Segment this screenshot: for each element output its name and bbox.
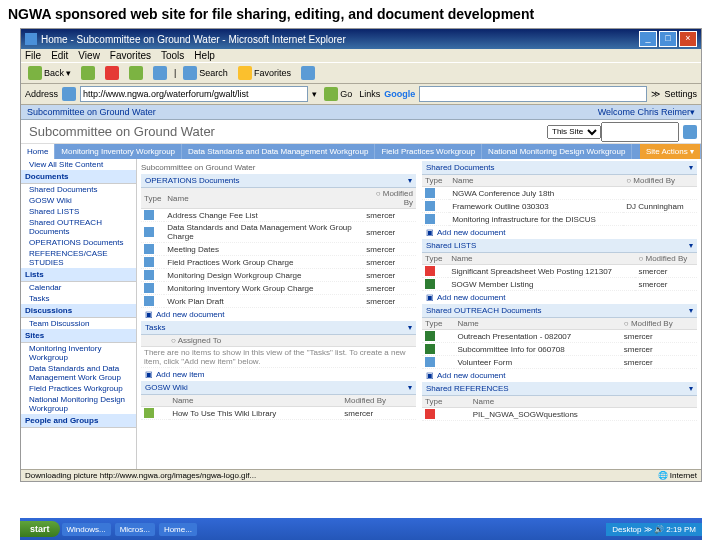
table-row[interactable]: NGWA Conference July 18th xyxy=(422,187,697,200)
back-icon xyxy=(28,66,42,80)
page-breadcrumb: Subcommittee on Ground Water xyxy=(141,161,416,174)
search-button[interactable]: Search xyxy=(180,65,231,81)
address-bar: Address ▾ Go Links Google ≫ Settings xyxy=(21,84,701,105)
xls-icon xyxy=(425,344,435,354)
titlebar: Home - Subcommittee on Ground Water - Mi… xyxy=(21,29,701,49)
menu-bar: File Edit View Favorites Tools Help xyxy=(21,49,701,62)
view-all-content[interactable]: View All Site Content xyxy=(21,159,136,170)
pdf-icon xyxy=(425,266,435,276)
table-row[interactable]: Outreach Presentation - 082007smercer xyxy=(422,330,697,343)
taskbar-item[interactable]: Home... xyxy=(159,523,197,536)
sp-search-input[interactable] xyxy=(601,122,679,142)
home-button[interactable] xyxy=(150,65,170,81)
outreach-add[interactable]: ▣ Add new document xyxy=(422,369,697,382)
table-row[interactable]: Volunteer Formsmercer xyxy=(422,356,697,369)
sp-search-icon[interactable] xyxy=(683,125,697,139)
nav-wiki[interactable]: GOSW Wiki xyxy=(21,195,136,206)
table-row[interactable]: Framework Outline 030303DJ Cunningham xyxy=(422,200,697,213)
nav-people-header[interactable]: People and Groups xyxy=(21,414,136,428)
ops-add-new[interactable]: ▣ Add new document xyxy=(141,308,416,321)
doc-icon xyxy=(144,244,154,254)
menu-file[interactable]: File xyxy=(25,50,41,61)
nav-site-2[interactable]: Field Practices Workgroup xyxy=(21,383,136,394)
nav-references[interactable]: REFERENCES/CASE STUDIES xyxy=(21,248,136,268)
taskbar-item[interactable]: Windows... xyxy=(62,523,111,536)
tab-home[interactable]: Home xyxy=(21,144,55,159)
table-row[interactable]: Significant Spreadsheet Web Posting 1213… xyxy=(422,265,697,278)
menu-help[interactable]: Help xyxy=(194,50,215,61)
site-tabs: Home Monitoring Inventory Workgroup Data… xyxy=(21,144,701,159)
tasks-add-new[interactable]: ▣ Add new item xyxy=(141,368,416,381)
nav-operations[interactable]: OPERATIONS Documents xyxy=(21,237,136,248)
table-row[interactable]: PIL_NGWA_SOGWquestions xyxy=(422,408,697,421)
maximize-button[interactable]: □ xyxy=(659,31,677,47)
table-row[interactable]: Subcommittee Info for 060708smercer xyxy=(422,343,697,356)
left-nav: View All Site Content Documents Shared D… xyxy=(21,159,137,469)
nav-site-3[interactable]: National Monitoring Design Workgroup xyxy=(21,394,136,414)
nav-site-0[interactable]: Monitoring Inventory Workgroup xyxy=(21,343,136,363)
address-input[interactable] xyxy=(80,86,308,102)
settings-link[interactable]: Settings xyxy=(664,89,697,99)
table-row[interactable]: How To Use This Wiki Librarysmercer xyxy=(141,407,416,420)
links-label[interactable]: Links xyxy=(359,89,380,99)
pdf-icon xyxy=(425,409,435,419)
minimize-button[interactable]: _ xyxy=(639,31,657,47)
search-scope[interactable]: This Site xyxy=(547,125,601,139)
site-actions-button[interactable]: Site Actions ▾ xyxy=(640,144,701,159)
start-button[interactable]: start xyxy=(20,521,60,537)
home-icon xyxy=(153,66,167,80)
google-toolbar[interactable]: Google xyxy=(384,89,415,99)
site-title: Subcommittee on Ground Water xyxy=(21,120,547,143)
main-panels: Subcommittee on Ground Water OPERATIONS … xyxy=(137,159,701,469)
tasks-table: ○ Assigned To There are no items to show… xyxy=(141,335,416,368)
status-text: Downloading picture http://www.ngwa.org/… xyxy=(25,471,256,480)
nav-site-1[interactable]: Data Standards and Data Management Work … xyxy=(21,363,136,383)
back-button[interactable]: Back ▾ xyxy=(25,65,74,81)
xls-icon xyxy=(425,331,435,341)
table-row[interactable]: Meeting Datessmercer xyxy=(141,243,416,256)
forward-button[interactable] xyxy=(78,65,98,81)
refresh-button[interactable] xyxy=(126,65,146,81)
xls-icon xyxy=(425,279,435,289)
table-row[interactable]: Monitoring Design Workgroup Chargesmerce… xyxy=(141,269,416,282)
tab-national-monitoring[interactable]: National Monitoring Design Workgroup xyxy=(482,144,632,159)
menu-tools[interactable]: Tools xyxy=(161,50,184,61)
menu-edit[interactable]: Edit xyxy=(51,50,68,61)
table-row[interactable]: Field Practices Work Group Chargesmercer xyxy=(141,256,416,269)
sp-breadcrumb[interactable]: Subcommittee on Ground Water xyxy=(27,107,156,117)
close-button[interactable]: × xyxy=(679,31,697,47)
google-search-input[interactable] xyxy=(419,86,647,102)
tab-field-practices[interactable]: Field Practices Workgroup xyxy=(375,144,482,159)
menu-favorites[interactable]: Favorites xyxy=(110,50,151,61)
welcome-user[interactable]: Welcome Chris Reimer xyxy=(598,107,690,117)
wiki-table: NameModified By How To Use This Wiki Lib… xyxy=(141,395,416,420)
shared-lists-table: TypeName○ Modified By Significant Spread… xyxy=(422,253,697,291)
table-row[interactable]: Address Change Fee Listsmercer xyxy=(141,209,416,222)
nav-tasks[interactable]: Tasks xyxy=(21,293,136,304)
menu-view[interactable]: View xyxy=(78,50,100,61)
nav-toolbar: Back ▾ | Search Favorites xyxy=(21,62,701,84)
ie-window: Home - Subcommittee on Ground Water - Mi… xyxy=(20,28,702,482)
taskbar-item[interactable]: Micros... xyxy=(115,523,155,536)
shared-docs-add[interactable]: ▣ Add new document xyxy=(422,226,697,239)
favorites-button[interactable]: Favorites xyxy=(235,65,294,81)
status-bar: Downloading picture http://www.ngwa.org/… xyxy=(21,469,701,481)
doc-icon xyxy=(425,201,435,211)
go-button[interactable]: Go xyxy=(321,86,355,102)
nav-shared-lists[interactable]: Shared LISTS xyxy=(21,206,136,217)
tab-monitoring[interactable]: Monitoring Inventory Workgroup xyxy=(55,144,182,159)
shared-lists-add[interactable]: ▣ Add new document xyxy=(422,291,697,304)
table-row[interactable]: Work Plan Draftsmercer xyxy=(141,295,416,308)
table-row[interactable]: Monitoring Inventory Work Group Chargesm… xyxy=(141,282,416,295)
table-row[interactable]: SOGW Member Listingsmercer xyxy=(422,278,697,291)
table-row[interactable]: Monitoring infrastructure for the DISCUS xyxy=(422,213,697,226)
stop-button[interactable] xyxy=(102,65,122,81)
nav-outreach[interactable]: Shared OUTREACH Documents xyxy=(21,217,136,237)
table-row[interactable]: Data Standards and Data Management Work … xyxy=(141,222,416,243)
nav-calendar[interactable]: Calendar xyxy=(21,282,136,293)
tab-data-standards[interactable]: Data Standards and Data Management Workg… xyxy=(182,144,375,159)
nav-team-discussion[interactable]: Team Discussion xyxy=(21,318,136,329)
system-tray[interactable]: Desktop ≫ 🔊 2:19 PM xyxy=(606,523,702,536)
history-button[interactable] xyxy=(298,65,318,81)
nav-shared-docs[interactable]: Shared Documents xyxy=(21,184,136,195)
